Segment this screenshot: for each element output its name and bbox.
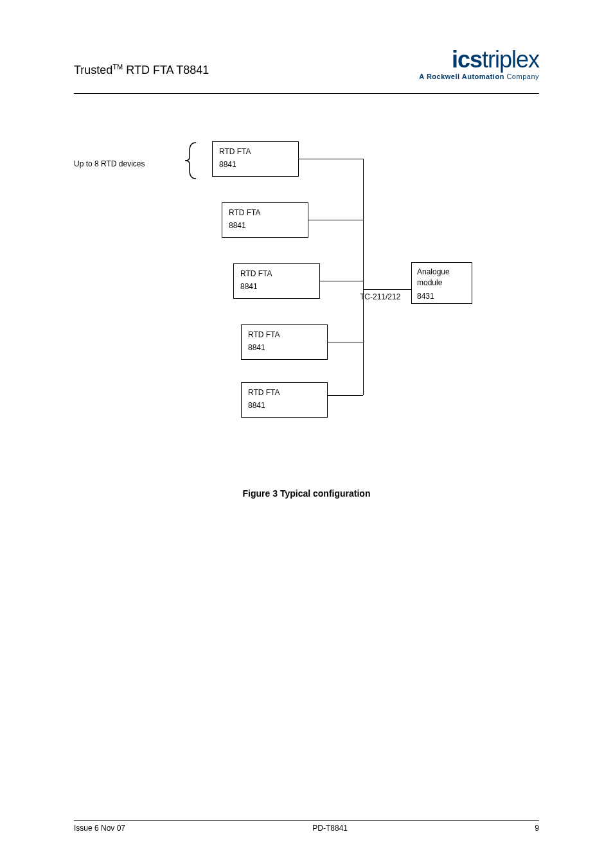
rtd-box-line2: 8841: [219, 160, 236, 169]
rtd-box: RTD FTA 8841: [222, 202, 308, 238]
analogue-line1: Analogue: [417, 267, 466, 278]
rtd-box: RTD FTA 8841: [233, 263, 320, 299]
rtd-box-line1: RTD FTA: [248, 388, 321, 397]
connector: [328, 395, 363, 396]
diagram: Up to 8 RTD devices RTD FTA 8841 RTD FTA…: [74, 128, 539, 450]
analogue-line3: 8431: [417, 291, 466, 302]
footer-page: 9: [535, 824, 539, 833]
rtd-box-line1: RTD FTA: [219, 147, 292, 156]
footer-rule: [74, 820, 539, 821]
page-footer: Issue 6 Nov 07 PD-T8841 9: [74, 820, 539, 833]
connector: [299, 159, 363, 159]
page-header: TrustedTM RTD FTA T8841 icstriplex A Roc…: [0, 26, 613, 90]
rtd-box-line1: RTD FTA: [248, 330, 321, 339]
analogue-box: Analogue module 8431: [411, 262, 472, 304]
rtd-box: RTD FTA 8841: [241, 324, 328, 360]
connector: [363, 159, 364, 395]
logo: icstriplex A Rockwell Automation Company: [419, 48, 539, 80]
logo-triplex: triplex: [482, 46, 539, 73]
connector: [328, 342, 363, 342]
rtd-box-line2: 8841: [248, 343, 265, 352]
logo-tagline-bold: A Rockwell Automation: [419, 73, 504, 80]
title-suffix: RTD FTA T8841: [123, 64, 209, 76]
figure-caption: Figure 3 Typical configuration: [0, 488, 613, 499]
logo-tagline-company: Company: [504, 73, 539, 80]
rtd-box-line1: RTD FTA: [240, 269, 313, 278]
analogue-line2: module: [417, 278, 466, 288]
logo-top: icstriplex: [419, 48, 539, 71]
footer-row: Issue 6 Nov 07 PD-T8841 9: [74, 824, 539, 833]
connector: [308, 220, 363, 220]
rtd-box-line1: RTD FTA: [229, 208, 301, 217]
rtd-box: RTD FTA 8841: [212, 141, 299, 177]
rtd-count-label: Up to 8 RTD devices: [74, 159, 145, 168]
tc-label: TC-211/212: [360, 292, 400, 301]
connector: [363, 289, 411, 290]
footer-issue: Issue 6 Nov 07: [74, 824, 125, 833]
header-title: TrustedTM RTD FTA T8841: [74, 63, 209, 77]
rtd-box-line2: 8841: [229, 221, 246, 230]
rtd-box-line2: 8841: [240, 282, 258, 291]
rtd-box: RTD FTA 8841: [241, 382, 328, 418]
logo-tagline: A Rockwell Automation Company: [419, 73, 539, 80]
brace-icon: [180, 141, 199, 180]
connector: [320, 281, 363, 281]
title-tm: TM: [112, 63, 123, 71]
logo-ics: ics: [452, 46, 482, 73]
footer-doc-id: PD-T8841: [312, 824, 348, 833]
rtd-box-line2: 8841: [248, 401, 265, 410]
header-rule: [74, 93, 539, 94]
title-prefix: Trusted: [74, 64, 112, 76]
